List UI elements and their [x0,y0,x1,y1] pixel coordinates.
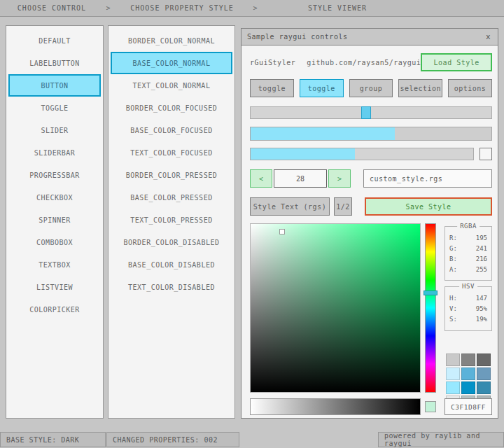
section-style-viewer: STYLE VIEWER [260,4,414,12]
property-item-text-color-normal[interactable]: TEXT_COLOR_NORMAL [111,74,232,97]
status-credits: powered by raylib and raygui [378,432,504,447]
spinner-value[interactable]: 28 [274,169,327,188]
property-item-border-color-pressed[interactable]: BORDER_COLOR_PRESSED [111,164,232,186]
checkbox[interactable] [479,148,492,160]
page-toggle-button[interactable]: 1/2 [334,197,352,216]
value-row-h: H:147 [445,293,491,304]
window-titlebar[interactable]: Sample raygui controls x [241,29,498,46]
spinner-increment-button[interactable]: > [328,169,351,188]
status-changed-properties: CHANGED PROPERTIES: 002 [106,432,239,447]
value-row-v: V:95% [445,304,491,314]
actions-row: Style Text (rgs) 1/2 Save Style [250,197,492,216]
palette-swatch[interactable] [477,382,491,394]
hsv-label: HSV [459,283,477,290]
palette-swatch[interactable] [461,354,475,366]
rgba-values: R:195G:241B:216A:255 [445,227,491,275]
property-item-text-color-disabled[interactable]: TEXT_COLOR_DISABLED [111,276,232,298]
close-icon[interactable]: x [484,32,492,41]
rguistyler-app: CHOOSE CONTROL > CHOOSE PROPERTY STYLE >… [0,0,504,448]
toggle-button-group-2[interactable]: group [349,79,393,97]
style-text-button[interactable]: Style Text (rgs) [250,197,330,216]
property-item-base-color-focused[interactable]: BASE_COLOR_FOCUSED [111,119,232,141]
progress-bar [250,127,492,141]
save-style-button[interactable]: Save Style [365,197,492,216]
top-toolbar: CHOOSE CONTROL > CHOOSE PROPERTY STYLE >… [0,0,504,17]
palette-swatch[interactable] [477,354,491,366]
control-item-progressbar[interactable]: PROGRESSBAR [8,164,101,186]
window-content: rGuiStyler github.com/raysan5/raygui Loa… [241,46,498,418]
load-style-button[interactable]: Load Style [421,53,492,71]
window-title: Sample raygui controls [247,33,347,41]
control-item-colorpicker[interactable]: COLORPICKER [8,298,101,321]
value-gradient-bar[interactable] [250,398,421,415]
color-picker-panel[interactable] [250,223,421,393]
property-item-text-color-focused[interactable]: TEXT_COLOR_FOCUSED [111,141,232,164]
hsv-values: H:147V:95%S:19% [445,287,491,325]
filename-textbox[interactable]: custom_style.rgs [363,169,492,188]
status-base-style: BASE STYLE: DARK [0,432,106,447]
value-row-s: S:19% [445,314,491,325]
control-item-checkbox[interactable]: CHECKBOX [8,186,101,209]
palette-swatch[interactable] [461,382,475,394]
toggle-group: toggletogglegroupselectionoptions [250,79,492,97]
hue-bar[interactable] [425,223,436,393]
hue-marker[interactable] [424,290,438,295]
hsv-groupbox: HSV H:147V:95%S:19% [444,286,492,331]
value-row-g: G:241 [445,244,491,254]
control-item-slider[interactable]: SLIDER [8,119,101,141]
rgba-groupbox: RGBA R:195G:241B:216A:255 [444,226,492,281]
hex-color-textbox[interactable]: C3F1D8FF [444,398,492,415]
slider-bar-fill [251,148,355,160]
value-row-a: A:255 [445,265,491,275]
control-item-sliderbar[interactable]: SLIDERBAR [8,141,101,164]
property-item-text-color-pressed[interactable]: TEXT_COLOR_PRESSED [111,209,232,231]
properties-listview: BORDER_COLOR_NORMALBASE_COLOR_NORMALTEXT… [108,25,235,419]
chevron-right-icon: > [251,4,260,12]
sample-controls-window: Sample raygui controls x rGuiStyler gith… [241,28,498,419]
toggle-button-options-4[interactable]: options [448,79,492,97]
property-item-border-color-disabled[interactable]: BORDER_COLOR_DISABLED [111,231,232,253]
slider[interactable] [250,106,492,119]
control-item-button[interactable]: BUTTON [8,74,101,97]
control-item-textbox[interactable]: TEXTBOX [8,253,101,276]
palette-swatch[interactable] [446,382,460,394]
palette-swatch[interactable] [461,368,475,380]
current-color-swatch [425,401,436,412]
toggle-button-toggle-1[interactable]: toggle [300,79,344,97]
progress-fill [251,127,395,140]
value-row-r: R:195 [445,233,491,244]
value-row-b: B:216 [445,254,491,265]
color-picker-cursor[interactable] [279,229,285,234]
slider-bar[interactable] [250,148,474,160]
rgba-label: RGBA [457,223,479,230]
property-item-base-color-disabled[interactable]: BASE_COLOR_DISABLED [111,253,232,276]
control-item-labelbutton[interactable]: LABELBUTTON [8,52,101,74]
controls-listview: DEFAULTLABELBUTTONBUTTONTOGGLESLIDERSLID… [6,25,104,419]
section-choose-control: CHOOSE CONTROL [0,4,104,12]
palette-swatch[interactable] [446,354,460,366]
toggle-button-toggle-0[interactable]: toggle [250,79,294,97]
toggle-button-selection-3[interactable]: selection [398,79,442,97]
repo-label: github.com/raysan5/raygui [307,59,421,66]
palette-swatch[interactable] [446,368,460,380]
spinner-decrement-button[interactable]: < [250,169,272,188]
section-choose-property-style: CHOOSE PROPERTY STYLE [113,4,251,12]
slider-handle[interactable] [361,106,371,119]
property-item-base-color-pressed[interactable]: BASE_COLOR_PRESSED [111,186,232,209]
header-row: rGuiStyler github.com/raysan5/raygui Loa… [250,53,492,71]
property-item-base-color-normal[interactable]: BASE_COLOR_NORMAL [111,52,232,74]
chevron-right-icon: > [104,4,113,12]
palette-swatch[interactable] [477,368,491,380]
property-item-border-color-focused[interactable]: BORDER_COLOR_FOCUSED [111,97,232,119]
app-name-label: rGuiStyler [250,59,307,66]
spinner: < 28 > custom_style.rgs [250,169,492,188]
control-item-spinner[interactable]: SPINNER [8,209,101,231]
control-item-combobox[interactable]: COMBOBOX [8,231,101,253]
control-item-listview[interactable]: LISTVIEW [8,276,101,298]
property-item-border-color-normal[interactable]: BORDER_COLOR_NORMAL [111,29,232,52]
control-item-default[interactable]: DEFAULT [8,29,101,52]
control-item-toggle[interactable]: TOGGLE [8,97,101,119]
